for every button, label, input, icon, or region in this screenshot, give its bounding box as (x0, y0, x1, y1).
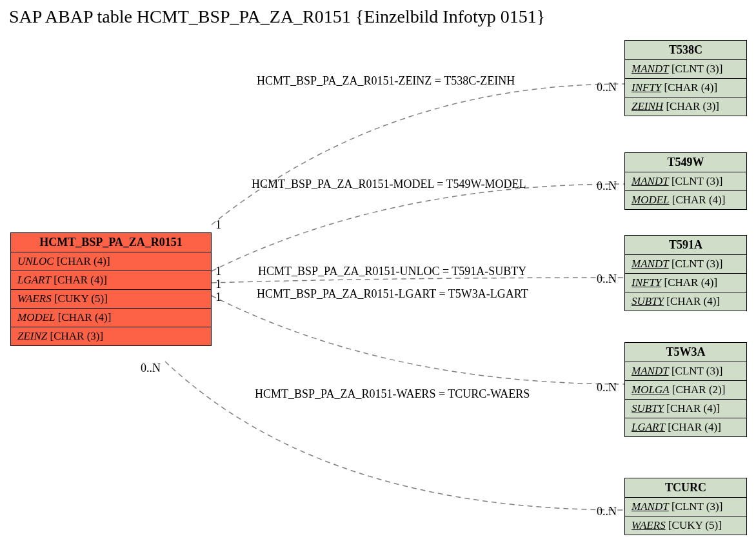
entity-field: MANDT [CLNT (3)] (625, 255, 746, 274)
entity-t591a: T591A MANDT [CLNT (3)] INFTY [CHAR (4)] … (624, 235, 747, 311)
relation-label: HCMT_BSP_PA_ZA_R0151-ZEINZ = T538C-ZEINH (257, 74, 515, 88)
cardinality-left: 1 (215, 278, 221, 291)
cardinality-right: 0..N (597, 179, 617, 193)
entity-field: SUBTY [CHAR (4)] (625, 400, 746, 418)
entity-header: T538C (625, 41, 746, 60)
cardinality-left: 1 (215, 265, 221, 278)
entity-field: MANDT [CLNT (3)] (625, 172, 746, 191)
entity-main-field: UNLOC [CHAR (4)] (11, 252, 211, 271)
entity-field: SUBTY [CHAR (4)] (625, 292, 746, 311)
entity-tcurc: TCURC MANDT [CLNT (3)] WAERS [CUKY (5)] (624, 478, 747, 535)
entity-header: T591A (625, 236, 746, 255)
entity-header: T549W (625, 153, 746, 172)
entity-main-field: ZEINZ [CHAR (3)] (11, 327, 211, 345)
entity-header: T5W3A (625, 343, 746, 362)
entity-header: TCURC (625, 478, 746, 498)
entity-field: MANDT [CLNT (3)] (625, 60, 746, 79)
relation-label: HCMT_BSP_PA_ZA_R0151-UNLOC = T591A-SUBTY (258, 265, 526, 278)
cardinality-right: 0..N (597, 381, 617, 394)
entity-t549w: T549W MANDT [CLNT (3)] MODEL [CHAR (4)] (624, 152, 747, 210)
cardinality-left: 1 (215, 218, 221, 232)
entity-field: MOLGA [CHAR (2)] (625, 381, 746, 400)
entity-main: HCMT_BSP_PA_ZA_R0151 UNLOC [CHAR (4)] LG… (10, 232, 212, 346)
relation-label: HCMT_BSP_PA_ZA_R0151-MODEL = T549W-MODEL (252, 178, 526, 191)
cardinality-left: 1 (215, 291, 221, 304)
entity-main-field: LGART [CHAR (4)] (11, 271, 211, 290)
relation-label: HCMT_BSP_PA_ZA_R0151-WAERS = TCURC-WAERS (255, 387, 530, 401)
cardinality-right: 0..N (597, 81, 617, 94)
cardinality-left-n: 0..N (141, 362, 161, 375)
cardinality-right: 0..N (597, 505, 617, 518)
diagram-title: SAP ABAP table HCMT_BSP_PA_ZA_R0151 {Ein… (9, 6, 545, 27)
entity-t5w3a: T5W3A MANDT [CLNT (3)] MOLGA [CHAR (2)] … (624, 342, 747, 437)
entity-main-field: WAERS [CUKY (5)] (11, 290, 211, 309)
relation-label: HCMT_BSP_PA_ZA_R0151-LGART = T5W3A-LGART (257, 287, 528, 301)
entity-main-field: MODEL [CHAR (4)] (11, 309, 211, 327)
entity-field: MANDT [CLNT (3)] (625, 498, 746, 516)
entity-field: INFTY [CHAR (4)] (625, 274, 746, 292)
entity-field: MANDT [CLNT (3)] (625, 362, 746, 381)
entity-t538c: T538C MANDT [CLNT (3)] INFTY [CHAR (4)] … (624, 40, 747, 116)
entity-field: LGART [CHAR (4)] (625, 418, 746, 436)
entity-field: MODEL [CHAR (4)] (625, 191, 746, 209)
cardinality-right: 0..N (597, 272, 617, 286)
entity-field: WAERS [CUKY (5)] (625, 516, 746, 535)
entity-field: ZEINH [CHAR (3)] (625, 97, 746, 116)
entity-main-header: HCMT_BSP_PA_ZA_R0151 (11, 233, 211, 252)
entity-field: INFTY [CHAR (4)] (625, 79, 746, 97)
